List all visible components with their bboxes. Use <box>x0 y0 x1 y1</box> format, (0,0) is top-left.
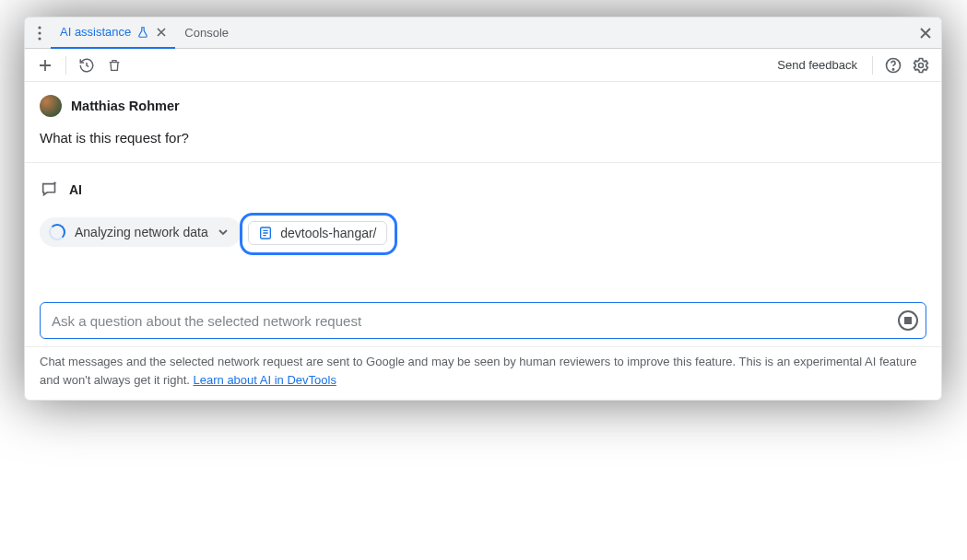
settings-icon[interactable] <box>908 52 934 78</box>
separator <box>872 56 873 75</box>
tab-console[interactable]: Console <box>175 18 238 49</box>
ai-label: AI <box>69 182 82 197</box>
tab-label: Console <box>184 26 229 40</box>
chat-body: Matthias Rohmer What is this request for… <box>25 82 941 302</box>
analyzing-chip[interactable]: Analyzing network data <box>40 217 242 247</box>
analyzing-text: Analyzing network data <box>75 225 208 239</box>
svg-point-0 <box>38 26 41 29</box>
devtools-panel: AI assistance Console <box>24 17 942 401</box>
close-panel-icon[interactable] <box>910 18 941 49</box>
tab-bar: AI assistance Console <box>25 18 941 49</box>
send-feedback-link[interactable]: Send feedback <box>770 58 865 72</box>
spinner-icon <box>49 224 65 240</box>
context-chip-label: devtools-hangar/ <box>280 226 376 240</box>
document-icon <box>258 226 273 240</box>
tab-ai-assistance[interactable]: AI assistance <box>51 18 175 49</box>
stop-button[interactable] <box>898 310 918 331</box>
user-message: What is this request for? <box>40 130 926 146</box>
prompt-input[interactable] <box>52 313 898 329</box>
svg-point-2 <box>38 37 41 40</box>
new-chat-icon[interactable] <box>32 52 58 78</box>
tab-label: AI assistance <box>60 25 131 39</box>
separator <box>65 56 66 75</box>
help-icon[interactable] <box>880 52 906 78</box>
learn-more-link[interactable]: Learn about AI in DevTools <box>194 373 336 387</box>
user-header: Matthias Rohmer <box>40 95 926 117</box>
divider <box>25 162 941 163</box>
svg-point-1 <box>38 31 41 34</box>
history-icon[interactable] <box>74 52 100 78</box>
chevron-down-icon <box>218 227 229 238</box>
close-tab-icon[interactable] <box>157 28 166 37</box>
svg-point-5 <box>919 63 924 67</box>
prompt-input-row <box>40 302 926 339</box>
delete-icon[interactable] <box>101 52 127 78</box>
toolbar: Send feedback <box>25 49 941 82</box>
avatar <box>40 95 62 117</box>
disclaimer: Chat messages and the selected network r… <box>25 346 941 400</box>
more-menu-icon[interactable] <box>29 18 51 49</box>
svg-point-4 <box>892 68 893 69</box>
flask-icon <box>136 26 149 39</box>
username: Matthias Rohmer <box>71 99 180 113</box>
disclaimer-text: Chat messages and the selected network r… <box>40 355 916 387</box>
sparkle-chat-icon <box>40 180 60 200</box>
context-highlight: devtools-hangar/ <box>240 213 396 255</box>
ai-header: AI <box>40 180 926 200</box>
context-chip[interactable]: devtools-hangar/ <box>248 221 386 245</box>
